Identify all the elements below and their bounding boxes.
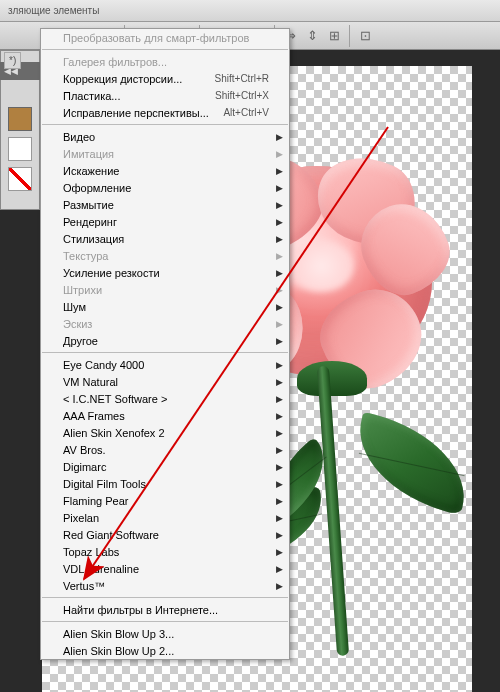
menu-item-label: Стилизация [63,233,269,245]
menu-item[interactable]: Видео▶ [41,128,289,145]
swatch-none[interactable] [8,167,32,191]
menu-item[interactable]: Усиление резкости▶ [41,264,289,281]
toolbar-separator [349,25,350,47]
menu-item-label: Текстура [63,250,269,262]
petal [304,141,431,260]
menu-separator [42,49,288,50]
menu-item[interactable]: Оформление▶ [41,179,289,196]
menu-item[interactable]: Digital Film Tools▶ [41,475,289,492]
menu-item[interactable]: Пластика...Shift+Ctrl+X [41,87,289,104]
menu-item[interactable]: Искажение▶ [41,162,289,179]
menu-item-label: Alien Skin Blow Up 3... [63,628,269,640]
menu-item: Галерея фильтров... [41,53,289,70]
menu-item[interactable]: Стилизация▶ [41,230,289,247]
menu-item-label: Digital Film Tools [63,478,269,490]
menu-item-label: Размытие [63,199,269,211]
menu-item-label: Red Giant Software [63,529,269,541]
menu-item[interactable]: Flaming Pear▶ [41,492,289,509]
submenu-arrow-icon: ▶ [276,564,283,574]
menu-item-label: Digimarc [63,461,269,473]
distribute-icon[interactable]: ⊞ [323,25,345,47]
menu-item[interactable]: Digimarc▶ [41,458,289,475]
submenu-arrow-icon: ▶ [276,428,283,438]
menu-item: Штрихи▶ [41,281,289,298]
document-tab[interactable]: *) [4,52,21,69]
menu-item[interactable]: Размытие▶ [41,196,289,213]
menu-item-label: < I.C.NET Software > [63,393,269,405]
menu-item[interactable]: Исправление перспективы...Alt+Ctrl+V [41,104,289,121]
distribute-v-icon[interactable]: ⇕ [301,25,323,47]
submenu-arrow-icon: ▶ [276,183,283,193]
menu-item-shortcut: Alt+Ctrl+V [223,107,269,118]
submenu-arrow-icon: ▶ [276,411,283,421]
menu-separator [42,124,288,125]
submenu-arrow-icon: ▶ [276,513,283,523]
menu-item[interactable]: Red Giant Software▶ [41,526,289,543]
submenu-arrow-icon: ▶ [276,268,283,278]
menu-item-label: Эскиз [63,318,269,330]
menu-item-label: Видео [63,131,269,143]
swatch-foreground[interactable] [8,107,32,131]
menu-separator [42,352,288,353]
submenu-arrow-icon: ▶ [276,581,283,591]
menu-item[interactable]: Alien Skin Xenofex 2▶ [41,424,289,441]
menu-item[interactable]: Рендеринг▶ [41,213,289,230]
menu-item[interactable]: Vertus™▶ [41,577,289,594]
arrange-icon[interactable]: ⊡ [354,25,376,47]
menu-item[interactable]: AV Bros.▶ [41,441,289,458]
submenu-arrow-icon: ▶ [276,149,283,159]
menu-item-label: Преобразовать для смарт-фильтров [63,32,269,44]
submenu-arrow-icon: ▶ [276,234,283,244]
menu-item-label: VM Natural [63,376,269,388]
petal [350,192,461,306]
menu-item[interactable]: VM Natural▶ [41,373,289,390]
rose-sepal [297,361,367,396]
menu-item-label: Пластика... [63,90,215,102]
menu-item[interactable]: Alien Skin Blow Up 3... [41,625,289,642]
menu-item[interactable]: Шум▶ [41,298,289,315]
submenu-arrow-icon: ▶ [276,360,283,370]
rose-stem [317,366,349,656]
menu-bar: зляющие элементы [0,0,500,22]
menu-item-label: AAA Frames [63,410,269,422]
submenu-arrow-icon: ▶ [276,496,283,506]
submenu-arrow-icon: ▶ [276,319,283,329]
swatch-white[interactable] [8,137,32,161]
submenu-arrow-icon: ▶ [276,394,283,404]
menu-item-shortcut: Shift+Ctrl+R [215,73,269,84]
menu-item[interactable]: Alien Skin Blow Up 2... [41,642,289,659]
rose-leaf [344,412,479,516]
submenu-arrow-icon: ▶ [276,462,283,472]
menu-item-label: Eye Candy 4000 [63,359,269,371]
menu-item-label: Искажение [63,165,269,177]
menu-item-label: Имитация [63,148,269,160]
submenu-arrow-icon: ▶ [276,200,283,210]
menu-item-label: Коррекция дисторсии... [63,73,215,85]
menu-item-label: Другое [63,335,269,347]
menu-item-label: Flaming Pear [63,495,269,507]
menu-item[interactable]: < I.C.NET Software >▶ [41,390,289,407]
menu-item[interactable]: Коррекция дисторсии...Shift+Ctrl+R [41,70,289,87]
menu-item[interactable]: Другое▶ [41,332,289,349]
submenu-arrow-icon: ▶ [276,479,283,489]
menubar-fragment: зляющие элементы [8,5,99,16]
submenu-arrow-icon: ▶ [276,547,283,557]
submenu-arrow-icon: ▶ [276,217,283,227]
menu-item-shortcut: Shift+Ctrl+X [215,90,269,101]
menu-separator [42,621,288,622]
menu-item[interactable]: Pixelan▶ [41,509,289,526]
menu-item[interactable]: Найти фильтры в Интернете... [41,601,289,618]
filter-menu: Преобразовать для смарт-фильтровГалерея … [40,28,290,660]
menu-item: Преобразовать для смарт-фильтров [41,29,289,46]
menu-item-label: Штрихи [63,284,269,296]
menu-item[interactable]: VDL Adrenaline▶ [41,560,289,577]
submenu-arrow-icon: ▶ [276,132,283,142]
menu-item-label: Alien Skin Blow Up 2... [63,645,269,657]
menu-item: Имитация▶ [41,145,289,162]
menu-item-label: VDL Adrenaline [63,563,269,575]
menu-item[interactable]: Eye Candy 4000▶ [41,356,289,373]
menu-item[interactable]: AAA Frames▶ [41,407,289,424]
menu-item[interactable]: Topaz Labs▶ [41,543,289,560]
menu-item-label: Alien Skin Xenofex 2 [63,427,269,439]
submenu-arrow-icon: ▶ [276,445,283,455]
